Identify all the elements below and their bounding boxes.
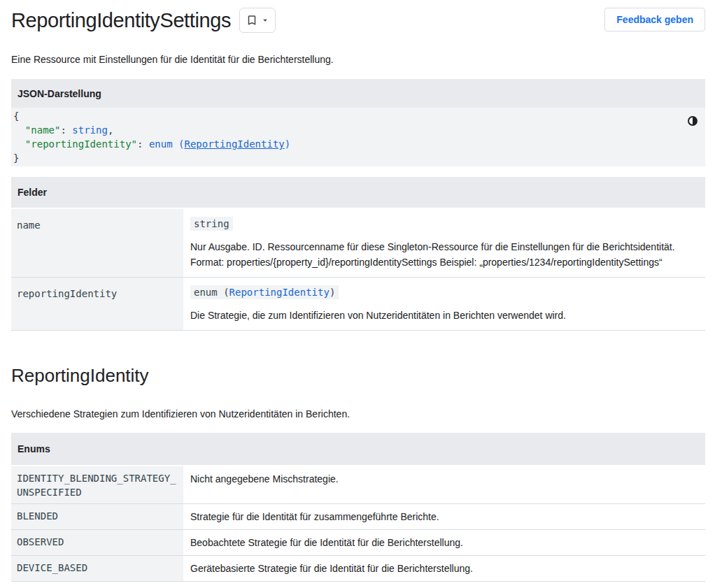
reporting-identity-heading: ReportingIdentity [11,364,705,387]
close-paren: ) [330,287,335,298]
enum-description-cell: Gerätebasierte Strategie für die Identit… [183,556,705,581]
table-row: DEVICE_BASED Gerätebasierte Strategie fü… [11,555,705,581]
code-separator: : [137,138,149,150]
bookmark-button[interactable] [239,8,276,33]
enums-table: Enums IDENTITY_BLENDING_STRATEGY_UNSPECI… [11,433,705,582]
enums-table-header-label: Enums [17,443,50,454]
reporting-identity-link[interactable]: ReportingIdentity [229,287,330,298]
code-indent [13,124,25,136]
field-description: Nur Ausgabe. ID. Ressourcenname für dies… [190,239,700,270]
enum-description-cell: Nicht angegebene Mischstrategie. [183,466,705,503]
code-comma: , [108,124,113,136]
table-row: reportingIdentity enum (ReportingIdentit… [11,277,705,330]
code-close-brace: } [13,152,19,164]
code-separator: : [60,124,72,136]
page-description: Eine Ressource mit Einstellungen für die… [11,52,705,66]
chevron-down-icon [260,15,270,25]
feedback-button[interactable]: Feedback geben [604,8,705,31]
reporting-identity-description: Verschiedene Strategien zum Identifizier… [11,407,705,421]
title-row: ReportingIdentitySettings [11,7,705,34]
enum-name-cell: IDENTITY_BLENDING_STRATEGY_UNSPECIFIED [11,466,183,503]
enums-table-header: Enums [11,433,705,465]
field-name-cell: reportingIdentity [11,278,183,330]
fields-table-header: Felder [11,177,705,208]
field-name-cell: name [11,209,183,277]
table-row: OBSERVED Beobachtete Strategie für die I… [11,529,705,555]
enum-name-cell: BLENDED [11,504,183,529]
dark-light-theme-toggle-icon [686,115,699,127]
fields-table-header-label: Felder [17,187,47,198]
json-section-header: JSON-Darstellung [11,79,705,108]
code-key-reporting-identity: "reportingIdentity" [25,138,137,150]
enum-name-cell: OBSERVED [11,530,183,555]
json-code: { "name": string, "reportingIdentity": e… [13,109,677,165]
enum-description-cell: Beobachtete Strategie für die Identität … [183,530,705,555]
reporting-identity-link[interactable]: ReportingIdentity [184,138,284,150]
code-open-brace: { [13,110,19,122]
api-doc-page: ReportingIdentitySettings Feedback geben… [0,7,715,582]
code-enum-keyword: enum ( [149,138,185,150]
table-row: BLENDED Strategie für die Identität für … [11,503,705,529]
table-row: name string Nur Ausgabe. ID. Ressourcenn… [11,208,705,277]
field-value-cell: string Nur Ausgabe. ID. Ressourcenname f… [183,209,705,277]
fields-table: Felder name string Nur Ausgabe. ID. Ress… [11,177,705,331]
field-description: Die Strategie, die zum Identifizieren vo… [190,308,700,323]
json-representation-section: JSON-Darstellung { "name": string, "repo… [11,79,705,166]
field-value-cell: enum (ReportingIdentity) Die Strategie, … [183,278,705,330]
field-type-chip: enum (ReportingIdentity) [190,285,339,299]
code-close-paren: ) [285,138,290,150]
enum-name-cell: DEVICE_BASED [11,556,183,581]
json-section-header-label: JSON-Darstellung [17,88,101,99]
field-type-chip: string [190,217,233,231]
enum-keyword: enum ( [194,287,229,298]
json-code-block: { "name": string, "reportingIdentity": e… [11,108,705,166]
code-indent [13,138,25,150]
code-key-name: "name" [25,124,61,136]
bookmark-icon [246,14,258,27]
page-title: ReportingIdentitySettings [11,9,231,32]
code-type-string: string [72,124,108,136]
enum-description-cell: Strategie für die Identität für zusammen… [183,504,705,529]
code-theme-toggle-button[interactable] [686,115,699,127]
table-row: IDENTITY_BLENDING_STRATEGY_UNSPECIFIED N… [11,465,705,503]
